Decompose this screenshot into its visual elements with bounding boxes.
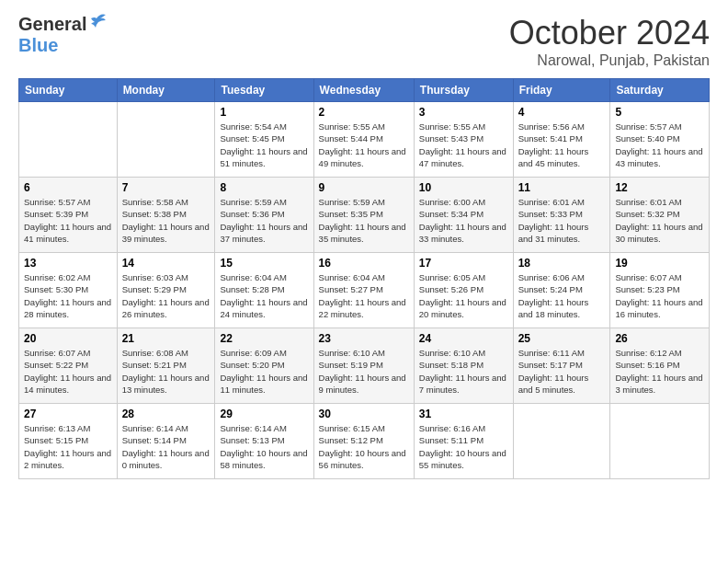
table-row: 23Sunrise: 6:10 AMSunset: 5:19 PMDayligh… (313, 328, 414, 404)
location-title: Narowal, Punjab, Pakistan (509, 52, 710, 69)
header-saturday: Saturday (610, 79, 710, 102)
day-info: Sunrise: 6:10 AMSunset: 5:18 PMDaylight:… (419, 347, 508, 396)
day-number: 17 (419, 257, 508, 270)
day-number: 21 (122, 332, 210, 345)
day-info: Sunrise: 5:55 AMSunset: 5:44 PMDaylight:… (319, 121, 409, 169)
calendar-week-row: 27Sunrise: 6:13 AMSunset: 5:15 PMDayligh… (19, 404, 710, 479)
weekday-header-row: Sunday Monday Tuesday Wednesday Thursday… (19, 79, 710, 102)
day-info: Sunrise: 5:55 AMSunset: 5:43 PMDaylight:… (419, 121, 508, 169)
logo-bird-icon (87, 11, 108, 31)
day-number: 5 (615, 106, 704, 119)
table-row (513, 404, 610, 479)
day-info: Sunrise: 5:57 AMSunset: 5:39 PMDaylight:… (24, 196, 112, 245)
table-row: 29Sunrise: 6:14 AMSunset: 5:13 PMDayligh… (215, 404, 313, 479)
day-info: Sunrise: 6:13 AMSunset: 5:15 PMDaylight:… (24, 422, 112, 471)
calendar-table: Sunday Monday Tuesday Wednesday Thursday… (18, 78, 710, 479)
header-section: General Blue October 2024 Narowal, Punja… (18, 14, 710, 69)
table-row: 30Sunrise: 6:15 AMSunset: 5:12 PMDayligh… (313, 404, 414, 479)
day-info: Sunrise: 6:16 AMSunset: 5:11 PMDaylight:… (419, 422, 508, 471)
day-info: Sunrise: 5:56 AMSunset: 5:41 PMDaylight:… (518, 121, 606, 169)
table-row: 10Sunrise: 6:00 AMSunset: 5:34 PMDayligh… (414, 178, 513, 253)
day-number: 7 (122, 181, 210, 194)
day-info: Sunrise: 6:10 AMSunset: 5:19 PMDaylight:… (319, 347, 409, 396)
day-number: 2 (319, 106, 409, 119)
day-info: Sunrise: 6:09 AMSunset: 5:20 PMDaylight:… (220, 347, 308, 396)
table-row: 11Sunrise: 6:01 AMSunset: 5:33 PMDayligh… (513, 178, 610, 253)
month-title: October 2024 (509, 14, 710, 52)
day-number: 3 (419, 106, 508, 119)
day-number: 10 (419, 181, 508, 194)
table-row (610, 404, 710, 479)
table-row: 5Sunrise: 5:57 AMSunset: 5:40 PMDaylight… (610, 102, 710, 178)
day-info: Sunrise: 6:01 AMSunset: 5:33 PMDaylight:… (518, 196, 606, 245)
table-row: 26Sunrise: 6:12 AMSunset: 5:16 PMDayligh… (610, 328, 710, 404)
table-row: 14Sunrise: 6:03 AMSunset: 5:29 PMDayligh… (117, 253, 215, 328)
table-row: 27Sunrise: 6:13 AMSunset: 5:15 PMDayligh… (19, 404, 118, 479)
logo-text-general: General (18, 14, 86, 35)
day-info: Sunrise: 6:00 AMSunset: 5:34 PMDaylight:… (419, 196, 508, 245)
table-row: 13Sunrise: 6:02 AMSunset: 5:30 PMDayligh… (19, 253, 118, 328)
table-row: 15Sunrise: 6:04 AMSunset: 5:28 PMDayligh… (215, 253, 313, 328)
day-number: 28 (122, 408, 210, 420)
day-number: 27 (24, 408, 112, 420)
calendar-week-row: 6Sunrise: 5:57 AMSunset: 5:39 PMDaylight… (19, 178, 710, 253)
day-number: 22 (220, 332, 308, 345)
logo: General Blue (18, 14, 108, 55)
day-number: 4 (518, 106, 606, 119)
day-number: 29 (220, 408, 308, 420)
day-number: 15 (220, 257, 308, 270)
table-row: 31Sunrise: 6:16 AMSunset: 5:11 PMDayligh… (414, 404, 513, 479)
day-number: 23 (319, 332, 409, 345)
table-row: 2Sunrise: 5:55 AMSunset: 5:44 PMDaylight… (313, 102, 414, 178)
header-tuesday: Tuesday (215, 79, 313, 102)
header-sunday: Sunday (19, 79, 118, 102)
table-row: 24Sunrise: 6:10 AMSunset: 5:18 PMDayligh… (414, 328, 513, 404)
day-number: 25 (518, 332, 606, 345)
calendar-week-row: 1Sunrise: 5:54 AMSunset: 5:45 PMDaylight… (19, 102, 710, 178)
table-row (19, 102, 118, 178)
table-row: 1Sunrise: 5:54 AMSunset: 5:45 PMDaylight… (215, 102, 313, 178)
day-number: 16 (319, 257, 409, 270)
table-row: 18Sunrise: 6:06 AMSunset: 5:24 PMDayligh… (513, 253, 610, 328)
day-info: Sunrise: 6:06 AMSunset: 5:24 PMDaylight:… (518, 271, 606, 320)
day-info: Sunrise: 6:04 AMSunset: 5:27 PMDaylight:… (319, 271, 409, 320)
day-number: 11 (518, 181, 606, 194)
table-row: 16Sunrise: 6:04 AMSunset: 5:27 PMDayligh… (313, 253, 414, 328)
day-info: Sunrise: 6:03 AMSunset: 5:29 PMDaylight:… (122, 271, 210, 320)
table-row (117, 102, 215, 178)
day-info: Sunrise: 6:07 AMSunset: 5:22 PMDaylight:… (24, 347, 112, 396)
day-number: 6 (24, 181, 112, 194)
day-info: Sunrise: 6:01 AMSunset: 5:32 PMDaylight:… (615, 196, 704, 245)
day-number: 14 (122, 257, 210, 270)
day-info: Sunrise: 6:07 AMSunset: 5:23 PMDaylight:… (615, 271, 704, 320)
table-row: 8Sunrise: 5:59 AMSunset: 5:36 PMDaylight… (215, 178, 313, 253)
day-number: 30 (319, 408, 409, 420)
day-number: 8 (220, 181, 308, 194)
table-row: 21Sunrise: 6:08 AMSunset: 5:21 PMDayligh… (117, 328, 215, 404)
day-number: 13 (24, 257, 112, 270)
day-number: 24 (419, 332, 508, 345)
day-number: 18 (518, 257, 606, 270)
day-info: Sunrise: 5:59 AMSunset: 5:36 PMDaylight:… (220, 196, 308, 245)
header-monday: Monday (117, 79, 215, 102)
table-row: 4Sunrise: 5:56 AMSunset: 5:41 PMDaylight… (513, 102, 610, 178)
day-info: Sunrise: 6:08 AMSunset: 5:21 PMDaylight:… (122, 347, 210, 396)
day-info: Sunrise: 6:02 AMSunset: 5:30 PMDaylight:… (24, 271, 112, 320)
logo-text-blue: Blue (18, 35, 58, 55)
day-info: Sunrise: 6:14 AMSunset: 5:14 PMDaylight:… (122, 422, 210, 471)
calendar-week-row: 13Sunrise: 6:02 AMSunset: 5:30 PMDayligh… (19, 253, 710, 328)
day-number: 20 (24, 332, 112, 345)
table-row: 19Sunrise: 6:07 AMSunset: 5:23 PMDayligh… (610, 253, 710, 328)
day-number: 31 (419, 408, 508, 420)
day-info: Sunrise: 6:05 AMSunset: 5:26 PMDaylight:… (419, 271, 508, 320)
table-row: 28Sunrise: 6:14 AMSunset: 5:14 PMDayligh… (117, 404, 215, 479)
day-info: Sunrise: 6:15 AMSunset: 5:12 PMDaylight:… (319, 422, 409, 471)
day-info: Sunrise: 6:14 AMSunset: 5:13 PMDaylight:… (220, 422, 308, 471)
day-number: 9 (319, 181, 409, 194)
day-number: 12 (615, 181, 704, 194)
header-wednesday: Wednesday (313, 79, 414, 102)
header-friday: Friday (513, 79, 610, 102)
day-number: 19 (615, 257, 704, 270)
day-number: 1 (220, 106, 308, 119)
table-row: 17Sunrise: 6:05 AMSunset: 5:26 PMDayligh… (414, 253, 513, 328)
